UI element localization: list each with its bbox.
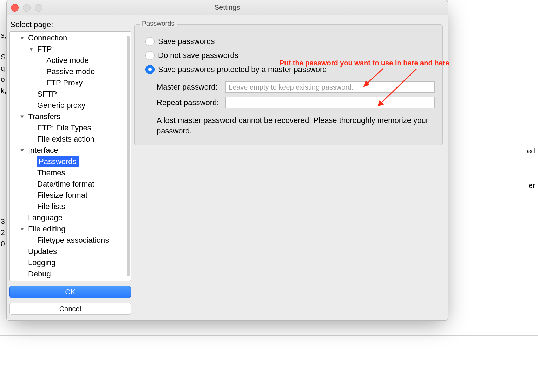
tree-item-label: Date/time format: [37, 178, 95, 190]
tree-item-label: File lists: [37, 201, 66, 212]
disclosure-spacer: [37, 57, 44, 64]
tree-item-filetype-associations[interactable]: Filetype associations: [11, 235, 126, 246]
settings-tree[interactable]: ConnectionFTPActive modePassive modeFTP …: [9, 31, 131, 281]
radio-button-icon[interactable]: [145, 65, 155, 74]
tree-item-ftp[interactable]: FTP: [11, 44, 126, 55]
tree-item-label: Debug: [27, 268, 52, 280]
tree-item-label: File editing: [27, 223, 66, 235]
tree-item-label: Passive mode: [46, 66, 96, 77]
tree-item-transfers[interactable]: Transfers: [11, 111, 126, 122]
disclosure-spacer: [28, 192, 34, 198]
bg-left-num-2: 0: [1, 240, 5, 248]
tree-item-label: Filetype associations: [37, 235, 110, 246]
disclosure-triangle-icon[interactable]: [28, 46, 34, 52]
bg-left-num-0: 3: [1, 217, 5, 226]
tree-item-label: Connection: [27, 32, 68, 44]
cancel-button[interactable]: Cancel: [9, 303, 131, 315]
ok-button[interactable]: OK: [9, 286, 131, 298]
titlebar[interactable]: Settings: [7, 0, 448, 15]
window-title: Settings: [7, 0, 448, 15]
radio-save-passwords[interactable]: Save passwords: [145, 34, 435, 48]
tree-item-themes[interactable]: Themes: [11, 167, 126, 178]
radio-save-passwords-protected-by-a-master-password[interactable]: Save passwords protected by a master pas…: [145, 63, 435, 77]
disclosure-spacer: [19, 248, 25, 255]
disclosure-spacer: [19, 260, 25, 266]
disclosure-spacer: [28, 136, 34, 142]
cancel-button-label: Cancel: [59, 305, 81, 313]
disclosure-spacer: [19, 215, 25, 221]
disclosure-spacer: [19, 271, 25, 277]
disclosure-triangle-icon[interactable]: [19, 113, 25, 120]
bg-left-frag-3: o: [1, 75, 5, 84]
tree-item-updates[interactable]: Updates: [11, 246, 126, 257]
tree-item-passive-mode[interactable]: Passive mode: [11, 66, 126, 77]
disclosure-spacer: [28, 181, 34, 187]
disclosure-triangle-icon[interactable]: [19, 147, 25, 153]
tree-item-label: File exists action: [37, 133, 95, 145]
radio-do-not-save-passwords[interactable]: Do not save passwords: [145, 48, 435, 63]
bg-left-frag-1: S: [1, 53, 6, 61]
tree-item-label: Updates: [27, 246, 58, 257]
passwords-groupbox: Passwords Save passwordsDo not save pass…: [134, 24, 443, 145]
tree-item-label: FTP: [37, 44, 53, 55]
disclosure-spacer: [37, 68, 44, 75]
tree-item-file-editing[interactable]: File editing: [11, 223, 126, 235]
disclosure-spacer: [28, 203, 34, 210]
disclosure-triangle-icon[interactable]: [19, 226, 25, 232]
disclosure-spacer: [28, 158, 34, 165]
bg-col-header-fragment: ed: [527, 147, 535, 155]
tree-item-label: Active mode: [46, 55, 90, 66]
radio-label: Do not save passwords: [158, 51, 238, 60]
master-password-label: Master password:: [157, 83, 225, 92]
tree-item-label: Generic proxy: [37, 100, 86, 111]
tree-item-connection[interactable]: Connection: [11, 32, 126, 44]
tree-item-date-time-format[interactable]: Date/time format: [11, 178, 126, 190]
settings-dialog: Settings Select page: ConnectionFTPActiv…: [6, 0, 448, 321]
tree-item-passwords[interactable]: Passwords: [11, 156, 126, 167]
tree-item-label: Interface: [27, 145, 59, 156]
tree-item-label: Themes: [37, 167, 66, 178]
select-page-label: Select page:: [9, 19, 131, 31]
tree-item-label: Passwords: [37, 156, 79, 167]
tree-item-ftp-file-types[interactable]: FTP: File Types: [11, 122, 126, 133]
radio-label: Save passwords protected by a master pas…: [158, 65, 327, 74]
disclosure-spacer: [28, 91, 34, 97]
radio-button-icon[interactable]: [145, 51, 155, 60]
master-password-warning: A lost master password cannot be recover…: [157, 115, 435, 136]
disclosure-spacer: [37, 80, 44, 86]
tree-item-debug[interactable]: Debug: [11, 268, 126, 280]
tree-item-language[interactable]: Language: [11, 212, 126, 223]
bg-left-frag-0: s,: [1, 31, 6, 39]
tree-item-label: Filesize format: [37, 190, 88, 201]
repeat-password-input[interactable]: [225, 97, 435, 108]
tree-item-generic-proxy[interactable]: Generic proxy: [11, 100, 126, 111]
tree-item-sftp[interactable]: SFTP: [11, 89, 126, 100]
disclosure-spacer: [28, 102, 34, 109]
tree-item-filesize-format[interactable]: Filesize format: [11, 190, 126, 201]
disclosure-triangle-icon[interactable]: [19, 35, 25, 41]
tree-item-label: FTP: File Types: [37, 122, 92, 133]
master-password-input[interactable]: [225, 81, 435, 93]
tree-item-logging[interactable]: Logging: [11, 257, 126, 268]
repeat-password-label: Repeat password:: [157, 98, 225, 107]
tree-item-label: Transfers: [27, 111, 61, 122]
ok-button-label: OK: [65, 288, 76, 296]
tree-item-label: FTP Proxy: [46, 77, 84, 89]
tree-scrollbar[interactable]: [127, 36, 130, 276]
bg-left-frag-4: k,: [1, 86, 6, 95]
tree-item-file-lists[interactable]: File lists: [11, 201, 126, 212]
tree-item-ftp-proxy[interactable]: FTP Proxy: [11, 77, 126, 89]
radio-button-icon[interactable]: [145, 37, 155, 46]
disclosure-spacer: [28, 170, 34, 176]
bg-row-fragment: er: [529, 181, 535, 190]
tree-item-interface[interactable]: Interface: [11, 145, 126, 156]
tree-item-active-mode[interactable]: Active mode: [11, 55, 126, 66]
tree-item-label: Logging: [27, 257, 56, 268]
disclosure-spacer: [28, 125, 34, 131]
disclosure-spacer: [28, 237, 34, 243]
tree-item-label: SFTP: [37, 89, 58, 100]
bg-left-frag-2: q: [1, 64, 5, 72]
tree-item-file-exists-action[interactable]: File exists action: [11, 133, 126, 145]
tree-item-label: Language: [27, 212, 63, 223]
bg-left-num-1: 2: [1, 228, 5, 237]
